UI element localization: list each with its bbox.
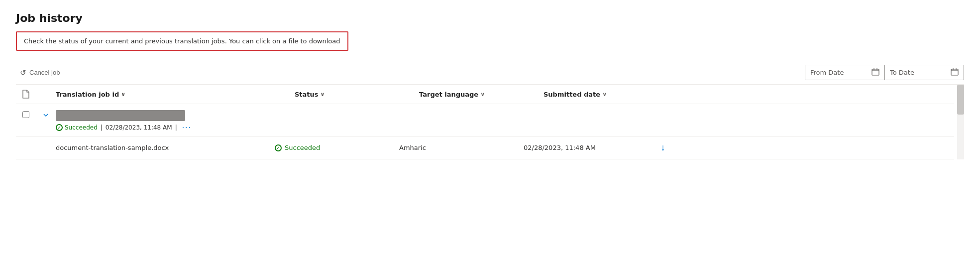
job-status-label: Succeeded: [65, 124, 98, 131]
header-submitted-date[interactable]: Submitted date ∨: [544, 91, 668, 98]
sort-icon-date: ∨: [602, 91, 607, 98]
file-date-cell: 02/28/2023, 11:48 AM: [524, 144, 648, 151]
document-icon-header: [22, 90, 30, 99]
job-status-succeeded: ✓ Succeeded: [56, 124, 98, 131]
row-expand-cell: [36, 110, 56, 119]
calendar-icon-to: [951, 68, 959, 77]
date-filters: From Date To Date: [805, 65, 964, 80]
file-row: document-translation-sample.docx ✓ Succe…: [16, 136, 954, 159]
svg-rect-4: [951, 69, 958, 75]
expand-button[interactable]: [42, 111, 50, 119]
main-content: Translation job id ∨ Status ∨ Target lan…: [16, 85, 964, 159]
header-translation-job-id[interactable]: Translation job id ∨: [56, 91, 295, 98]
job-ellipsis-button[interactable]: ···: [180, 123, 194, 132]
job-group: ✓ Succeeded | 02/28/2023, 11:48 AM | ···…: [16, 104, 954, 159]
job-status-row: ✓ Succeeded | 02/28/2023, 11:48 AM | ···: [56, 123, 954, 132]
file-check-circle-icon: ✓: [275, 144, 282, 151]
job-status-datetime: 02/28/2023, 11:48 AM: [106, 124, 172, 131]
file-language-cell: Amharic: [399, 144, 524, 151]
file-download-cell: ↓: [648, 142, 678, 153]
sort-icon-status: ∨: [321, 91, 325, 98]
from-date-input[interactable]: From Date: [805, 65, 884, 80]
page-container: Job history Check the status of your cur…: [0, 0, 980, 171]
table-header: Translation job id ∨ Status ∨ Target lan…: [16, 85, 954, 104]
sort-icon-job-id: ∨: [121, 91, 125, 98]
cancel-icon: ↺: [20, 68, 26, 77]
to-date-label: To Date: [890, 69, 914, 76]
row-checkbox[interactable]: [22, 111, 29, 118]
scrollbar-thumb[interactable]: [957, 85, 964, 115]
status-separator-2: |: [175, 124, 177, 131]
job-id-cell: ✓ Succeeded | 02/28/2023, 11:48 AM | ···: [56, 110, 954, 132]
row-checkbox-cell: [16, 110, 36, 118]
header-target-language[interactable]: Target language ∨: [419, 91, 544, 98]
cancel-job-button[interactable]: ↺ Cancel job: [16, 66, 64, 79]
header-checkbox-cell: [16, 90, 36, 99]
sort-icon-language: ∨: [480, 91, 485, 98]
header-status[interactable]: Status ∨: [295, 91, 419, 98]
job-id-redacted: [56, 110, 185, 121]
download-button[interactable]: ↓: [661, 142, 665, 153]
cancel-job-label: Cancel job: [29, 69, 60, 76]
calendar-icon-from: [871, 68, 879, 77]
scrollbar-track[interactable]: [957, 85, 964, 159]
file-status-label: Succeeded: [285, 144, 320, 151]
toolbar-row: ↺ Cancel job From Date To Date: [16, 61, 964, 84]
job-row-main: ✓ Succeeded | 02/28/2023, 11:48 AM | ···: [16, 104, 954, 136]
from-date-label: From Date: [810, 69, 844, 76]
page-title: Job history: [16, 12, 964, 24]
svg-rect-0: [872, 69, 879, 75]
to-date-input[interactable]: To Date: [884, 65, 964, 80]
file-name-cell[interactable]: document-translation-sample.docx: [56, 144, 275, 151]
check-circle-icon: ✓: [56, 124, 63, 131]
file-status-cell: ✓ Succeeded: [275, 144, 399, 151]
status-separator: |: [101, 124, 103, 131]
info-banner: Check the status of your current and pre…: [16, 31, 348, 51]
